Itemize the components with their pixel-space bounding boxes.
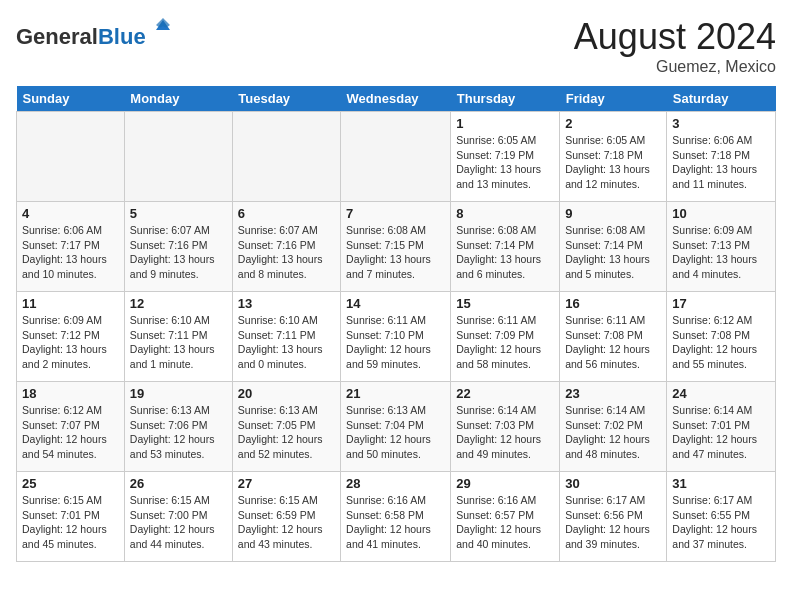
day-number: 4 xyxy=(22,206,119,221)
day-number: 5 xyxy=(130,206,227,221)
day-number: 23 xyxy=(565,386,661,401)
calendar-week-row: 11Sunrise: 6:09 AM Sunset: 7:12 PM Dayli… xyxy=(17,292,776,382)
day-info: Sunrise: 6:15 AM Sunset: 6:59 PM Dayligh… xyxy=(238,493,335,552)
calendar-cell: 24Sunrise: 6:14 AM Sunset: 7:01 PM Dayli… xyxy=(667,382,776,472)
day-number: 26 xyxy=(130,476,227,491)
calendar-cell: 16Sunrise: 6:11 AM Sunset: 7:08 PM Dayli… xyxy=(560,292,667,382)
day-number: 10 xyxy=(672,206,770,221)
day-number: 12 xyxy=(130,296,227,311)
day-number: 27 xyxy=(238,476,335,491)
calendar-cell: 26Sunrise: 6:15 AM Sunset: 7:00 PM Dayli… xyxy=(124,472,232,562)
day-number: 11 xyxy=(22,296,119,311)
day-info: Sunrise: 6:12 AM Sunset: 7:08 PM Dayligh… xyxy=(672,313,770,372)
day-info: Sunrise: 6:16 AM Sunset: 6:57 PM Dayligh… xyxy=(456,493,554,552)
calendar-header-thursday: Thursday xyxy=(451,86,560,112)
calendar-cell: 10Sunrise: 6:09 AM Sunset: 7:13 PM Dayli… xyxy=(667,202,776,292)
calendar-header-row: SundayMondayTuesdayWednesdayThursdayFrid… xyxy=(17,86,776,112)
calendar-header-monday: Monday xyxy=(124,86,232,112)
day-number: 22 xyxy=(456,386,554,401)
calendar-cell: 29Sunrise: 6:16 AM Sunset: 6:57 PM Dayli… xyxy=(451,472,560,562)
calendar-cell: 25Sunrise: 6:15 AM Sunset: 7:01 PM Dayli… xyxy=(17,472,125,562)
calendar-cell: 18Sunrise: 6:12 AM Sunset: 7:07 PM Dayli… xyxy=(17,382,125,472)
day-info: Sunrise: 6:08 AM Sunset: 7:15 PM Dayligh… xyxy=(346,223,445,282)
day-info: Sunrise: 6:13 AM Sunset: 7:06 PM Dayligh… xyxy=(130,403,227,462)
day-number: 3 xyxy=(672,116,770,131)
day-number: 17 xyxy=(672,296,770,311)
day-number: 15 xyxy=(456,296,554,311)
calendar-week-row: 1Sunrise: 6:05 AM Sunset: 7:19 PM Daylig… xyxy=(17,112,776,202)
calendar-cell: 31Sunrise: 6:17 AM Sunset: 6:55 PM Dayli… xyxy=(667,472,776,562)
location: Guemez, Mexico xyxy=(574,58,776,76)
calendar-cell: 30Sunrise: 6:17 AM Sunset: 6:56 PM Dayli… xyxy=(560,472,667,562)
page-header: GeneralBlue August 2024 Guemez, Mexico xyxy=(16,16,776,76)
day-info: Sunrise: 6:13 AM Sunset: 7:05 PM Dayligh… xyxy=(238,403,335,462)
calendar-cell: 11Sunrise: 6:09 AM Sunset: 7:12 PM Dayli… xyxy=(17,292,125,382)
day-info: Sunrise: 6:11 AM Sunset: 7:08 PM Dayligh… xyxy=(565,313,661,372)
calendar-cell xyxy=(124,112,232,202)
calendar-cell: 15Sunrise: 6:11 AM Sunset: 7:09 PM Dayli… xyxy=(451,292,560,382)
day-number: 28 xyxy=(346,476,445,491)
day-info: Sunrise: 6:10 AM Sunset: 7:11 PM Dayligh… xyxy=(130,313,227,372)
calendar-cell: 9Sunrise: 6:08 AM Sunset: 7:14 PM Daylig… xyxy=(560,202,667,292)
calendar-cell: 8Sunrise: 6:08 AM Sunset: 7:14 PM Daylig… xyxy=(451,202,560,292)
calendar-cell xyxy=(17,112,125,202)
day-number: 18 xyxy=(22,386,119,401)
day-info: Sunrise: 6:16 AM Sunset: 6:58 PM Dayligh… xyxy=(346,493,445,552)
day-info: Sunrise: 6:05 AM Sunset: 7:18 PM Dayligh… xyxy=(565,133,661,192)
day-info: Sunrise: 6:06 AM Sunset: 7:18 PM Dayligh… xyxy=(672,133,770,192)
day-number: 1 xyxy=(456,116,554,131)
logo-icon xyxy=(154,16,172,34)
day-number: 19 xyxy=(130,386,227,401)
logo-text: GeneralBlue xyxy=(16,16,172,50)
day-number: 31 xyxy=(672,476,770,491)
calendar-cell: 13Sunrise: 6:10 AM Sunset: 7:11 PM Dayli… xyxy=(232,292,340,382)
day-number: 30 xyxy=(565,476,661,491)
day-info: Sunrise: 6:14 AM Sunset: 7:01 PM Dayligh… xyxy=(672,403,770,462)
day-number: 29 xyxy=(456,476,554,491)
day-number: 24 xyxy=(672,386,770,401)
calendar-header-tuesday: Tuesday xyxy=(232,86,340,112)
calendar-cell: 14Sunrise: 6:11 AM Sunset: 7:10 PM Dayli… xyxy=(341,292,451,382)
day-info: Sunrise: 6:07 AM Sunset: 7:16 PM Dayligh… xyxy=(130,223,227,282)
day-number: 20 xyxy=(238,386,335,401)
day-number: 25 xyxy=(22,476,119,491)
day-info: Sunrise: 6:08 AM Sunset: 7:14 PM Dayligh… xyxy=(565,223,661,282)
calendar-table: SundayMondayTuesdayWednesdayThursdayFrid… xyxy=(16,86,776,562)
calendar-cell: 4Sunrise: 6:06 AM Sunset: 7:17 PM Daylig… xyxy=(17,202,125,292)
day-info: Sunrise: 6:14 AM Sunset: 7:02 PM Dayligh… xyxy=(565,403,661,462)
logo-general: General xyxy=(16,24,98,49)
title-block: August 2024 Guemez, Mexico xyxy=(574,16,776,76)
day-number: 16 xyxy=(565,296,661,311)
day-number: 13 xyxy=(238,296,335,311)
day-info: Sunrise: 6:17 AM Sunset: 6:55 PM Dayligh… xyxy=(672,493,770,552)
calendar-week-row: 18Sunrise: 6:12 AM Sunset: 7:07 PM Dayli… xyxy=(17,382,776,472)
day-info: Sunrise: 6:15 AM Sunset: 7:00 PM Dayligh… xyxy=(130,493,227,552)
logo: GeneralBlue xyxy=(16,16,172,50)
day-info: Sunrise: 6:05 AM Sunset: 7:19 PM Dayligh… xyxy=(456,133,554,192)
day-info: Sunrise: 6:11 AM Sunset: 7:10 PM Dayligh… xyxy=(346,313,445,372)
day-info: Sunrise: 6:07 AM Sunset: 7:16 PM Dayligh… xyxy=(238,223,335,282)
calendar-week-row: 4Sunrise: 6:06 AM Sunset: 7:17 PM Daylig… xyxy=(17,202,776,292)
calendar-cell xyxy=(232,112,340,202)
day-info: Sunrise: 6:10 AM Sunset: 7:11 PM Dayligh… xyxy=(238,313,335,372)
day-info: Sunrise: 6:14 AM Sunset: 7:03 PM Dayligh… xyxy=(456,403,554,462)
calendar-cell: 12Sunrise: 6:10 AM Sunset: 7:11 PM Dayli… xyxy=(124,292,232,382)
calendar-cell: 19Sunrise: 6:13 AM Sunset: 7:06 PM Dayli… xyxy=(124,382,232,472)
day-info: Sunrise: 6:11 AM Sunset: 7:09 PM Dayligh… xyxy=(456,313,554,372)
day-info: Sunrise: 6:15 AM Sunset: 7:01 PM Dayligh… xyxy=(22,493,119,552)
calendar-header-wednesday: Wednesday xyxy=(341,86,451,112)
calendar-cell: 3Sunrise: 6:06 AM Sunset: 7:18 PM Daylig… xyxy=(667,112,776,202)
calendar-header-sunday: Sunday xyxy=(17,86,125,112)
day-number: 7 xyxy=(346,206,445,221)
calendar-cell: 6Sunrise: 6:07 AM Sunset: 7:16 PM Daylig… xyxy=(232,202,340,292)
day-info: Sunrise: 6:09 AM Sunset: 7:13 PM Dayligh… xyxy=(672,223,770,282)
calendar-cell: 28Sunrise: 6:16 AM Sunset: 6:58 PM Dayli… xyxy=(341,472,451,562)
calendar-cell xyxy=(341,112,451,202)
calendar-cell: 23Sunrise: 6:14 AM Sunset: 7:02 PM Dayli… xyxy=(560,382,667,472)
calendar-cell: 2Sunrise: 6:05 AM Sunset: 7:18 PM Daylig… xyxy=(560,112,667,202)
day-info: Sunrise: 6:12 AM Sunset: 7:07 PM Dayligh… xyxy=(22,403,119,462)
calendar-cell: 22Sunrise: 6:14 AM Sunset: 7:03 PM Dayli… xyxy=(451,382,560,472)
day-info: Sunrise: 6:17 AM Sunset: 6:56 PM Dayligh… xyxy=(565,493,661,552)
calendar-cell: 21Sunrise: 6:13 AM Sunset: 7:04 PM Dayli… xyxy=(341,382,451,472)
day-number: 21 xyxy=(346,386,445,401)
